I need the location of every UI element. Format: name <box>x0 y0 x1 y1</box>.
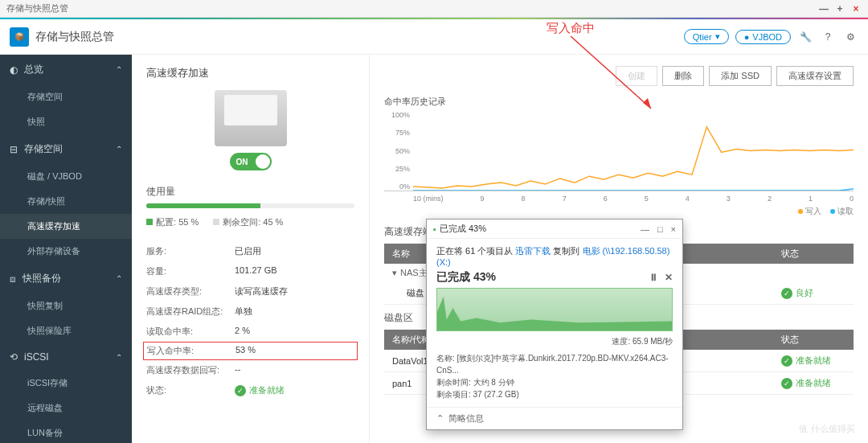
chevron-up-icon: ⌃ <box>116 353 122 362</box>
progress-text: 已完成 43% ⏸✕ <box>436 270 673 285</box>
camera-icon: ⧇ <box>10 273 16 285</box>
info-row: 高速缓存RAID组态:单独 <box>146 301 354 322</box>
sidebar-group-iscsi[interactable]: ⟲iSCSI⌃ <box>0 343 132 371</box>
info-row: 服务:已启用 <box>146 241 354 261</box>
popup-close-icon[interactable]: × <box>671 224 676 234</box>
info-row: 高速缓存数据回写:-- <box>146 360 354 380</box>
usage-bar <box>146 203 354 208</box>
maximize-icon[interactable]: + <box>834 3 845 14</box>
usage-stats: 配置: 55 % 剩余空间: 45 % <box>146 216 354 228</box>
info-row: 写入命中率:53 % <box>143 342 358 360</box>
check-icon: ✓ <box>781 288 792 299</box>
sidebar-item-snapshot[interactable]: 快照 <box>0 109 132 134</box>
source-link[interactable]: 迅雷下载 <box>515 246 551 256</box>
chevron-up-icon: ⌃ <box>116 274 122 283</box>
svg-marker-2 <box>437 297 672 330</box>
hit-rate-chart: 100%75%50%25%0% <box>384 111 854 191</box>
pause-icon[interactable]: ⏸ <box>649 272 658 283</box>
sidebar-group-overview[interactable]: ◐总览⌃ <box>0 55 132 84</box>
settings-icon[interactable]: ⚙ <box>842 29 858 45</box>
popup-minimize-icon[interactable]: — <box>641 224 649 234</box>
info-row: 读取命中率:2 % <box>146 322 354 342</box>
sidebar: ◐总览⌃ 存储空间 快照 ⊟存储空间⌃ 磁盘 / VJBOD 存储/快照 高速缓… <box>0 55 132 443</box>
disk-icon: ⊟ <box>10 144 18 155</box>
sidebar-item-cache[interactable]: 高速缓存加速 <box>0 214 132 239</box>
vjbod-button[interactable]: ●VJBOD <box>735 30 791 44</box>
watermark: 值值 | 什么值得买什么值得买 <box>799 423 855 435</box>
qtier-button[interactable]: Qtier▾ <box>684 29 729 44</box>
speed-text: 速度: 65.9 MB/秒 <box>436 336 673 347</box>
drive-image <box>215 90 287 146</box>
info-row: 高速缓存类型:读写高速缓存 <box>146 281 354 301</box>
sidebar-item-iscsi-storage[interactable]: iSCSI存储 <box>0 371 132 396</box>
minimize-icon[interactable]: — <box>818 3 829 14</box>
panel-title: 高速缓存加速 <box>146 66 354 80</box>
chart-legend: 写入 读取 <box>384 206 854 217</box>
info-row: 容量:101.27 GB <box>146 261 354 281</box>
add-ssd-button[interactable]: 添加 SSD <box>709 66 772 86</box>
copy-icon: ▪ <box>433 224 436 234</box>
app-icon: 📦 <box>10 27 29 47</box>
chevron-up-icon: ⌃ <box>116 65 122 74</box>
app-title: 存储与快照总管 <box>35 30 114 44</box>
sidebar-item-snap-vault[interactable]: 快照保险库 <box>0 318 132 343</box>
sidebar-group-snapshot[interactable]: ⧇快照备份⌃ <box>0 264 132 293</box>
chevron-up-icon: ⌃ <box>436 413 444 424</box>
file-info: 名称: [敦刻尔克]中英字幕.Dunkirk.2017.720p.BD-MKV.… <box>436 352 673 400</box>
annotation-arrow <box>563 32 659 121</box>
delete-button[interactable]: 删除 <box>662 66 704 86</box>
cache-settings-button[interactable]: 高速缓存设置 <box>776 66 854 86</box>
svg-line-0 <box>571 36 651 109</box>
check-icon: ✓ <box>235 385 246 396</box>
sidebar-item-storage-space[interactable]: 存储空间 <box>0 84 132 109</box>
dashboard-icon: ◐ <box>10 64 18 76</box>
popup-titlebar: ▪ 已完成 43% —□× <box>427 219 682 239</box>
copy-progress-popup: ▪ 已完成 43% —□× 正在将 61 个项目从 迅雷下载 复制到 电影 (\… <box>426 219 683 430</box>
speed-graph <box>436 288 673 331</box>
close-icon[interactable]: × <box>850 3 862 14</box>
chevron-up-icon: ⌃ <box>116 145 122 154</box>
iscsi-icon: ⟲ <box>10 351 18 363</box>
status-row: 状态: ✓准备就绪 <box>146 380 354 400</box>
app-header: 📦 存储与快照总管 Qtier▾ ●VJBOD 🔧 ? ⚙ <box>0 19 868 55</box>
chevron-down-icon: ▾ <box>715 31 720 42</box>
window-title: 存储与快照总管 <box>6 2 68 14</box>
popup-more-toggle[interactable]: ⌃简略信息 <box>427 407 682 429</box>
cancel-icon[interactable]: ✕ <box>665 272 673 283</box>
sidebar-item-disks[interactable]: 磁盘 / VJBOD <box>0 164 132 189</box>
popup-title-text: 已完成 43% <box>440 223 486 235</box>
collapse-icon: ▾ <box>392 268 397 278</box>
svg-marker-1 <box>643 98 651 109</box>
popup-maximize-icon[interactable]: □ <box>657 224 663 234</box>
sidebar-item-storage-snap[interactable]: 存储/快照 <box>0 189 132 214</box>
sidebar-item-remote-disk[interactable]: 远程磁盘 <box>0 396 132 420</box>
titlebar: 存储与快照总管 — + × <box>0 0 868 18</box>
cache-panel: 高速缓存加速 ON 使用量 配置: 55 % 剩余空间: 45 % 服务:已启用… <box>132 55 370 443</box>
copy-description: 正在将 61 个项目从 迅雷下载 复制到 电影 (\\192.168.50.58… <box>436 245 673 267</box>
sidebar-group-storage[interactable]: ⊟存储空间⌃ <box>0 134 132 164</box>
sidebar-item-external[interactable]: 外部存储设备 <box>0 239 132 264</box>
sidebar-item-lun-backup[interactable]: LUN备份 <box>0 420 132 443</box>
window-controls: — + × <box>818 3 862 14</box>
cache-toggle[interactable]: ON <box>230 153 272 170</box>
usage-label: 使用量 <box>146 185 354 199</box>
help-icon[interactable]: ? <box>820 29 836 45</box>
tools-icon[interactable]: 🔧 <box>797 29 813 45</box>
sidebar-item-snap-replica[interactable]: 快照复制 <box>0 293 132 318</box>
